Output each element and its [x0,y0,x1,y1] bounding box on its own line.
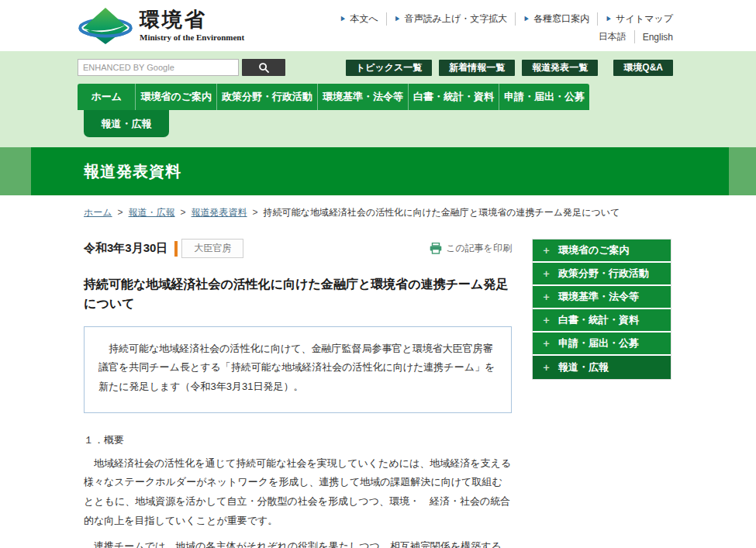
main-nav: ホーム 環境省のご案内 政策分野・行政活動 環境基準・法令等 白書・統計・資料 … [78,84,589,110]
lead-summary-box: 持続可能な地域経済社会の活性化に向けて、金融庁監督局参事官と環境省大臣官房審議官… [84,326,512,413]
plus-icon: ＋ [541,336,551,350]
breadcrumb-separator: > [118,207,123,218]
content-columns: 令和3年3月30日 大臣官房 この記事を印刷 持続可能な地域経済社会の活性化に向… [84,239,671,548]
logo-subtitle: Ministry of the Environment [140,33,244,42]
breadcrumb-press-link[interactable]: 報道・広報 [129,207,175,218]
moe-logo-icon [78,5,133,46]
plus-icon: ＋ [541,360,551,374]
search-row: トピックス一覧 新着情報一覧 報道発表一覧 環境Q&A [78,59,673,76]
plus-icon: ＋ [541,243,551,257]
section-heading-overview: １．概要 [84,433,512,447]
body-paragraph: 地域経済社会の活性化を通じて持続可能な社会を実現していくためには、地域経済を支え… [84,454,512,531]
print-link-label: この記事を印刷 [446,242,512,255]
category-accent-bar [174,241,178,257]
utility-link-voice[interactable]: 音声読み上げ・文字拡大 [405,12,508,26]
quick-buttons: トピックス一覧 新着情報一覧 報道発表一覧 環境Q&A [346,60,673,76]
plus-icon: ＋ [541,290,551,304]
header-links: ▶本文へ ▶音声読み上げ・文字拡大 ▶各種窓口案内 ▶サイトマップ 日本語 En… [332,8,673,43]
sidebar-item-about[interactable]: ＋環境省のご案内 [533,240,671,263]
search-input[interactable] [78,59,239,76]
breadcrumb-separator: > [181,207,186,218]
body-paragraph: 連携チームでは、地域の各主体がそれぞれの役割を果たしつつ、相互補完関係を構築する… [84,537,512,548]
lang-japanese-link[interactable]: 日本語 [591,30,635,43]
page-banner: 報道発表資料 [0,147,756,195]
link-arrow-icon: ▶ [606,15,612,23]
sidebar-item-policy[interactable]: ＋政策分野・行政活動 [533,263,671,286]
new-info-list-button[interactable]: 新着情報一覧 [439,60,515,76]
sidebar-item-label: 環境省のご案内 [558,243,630,257]
sidebar-item-application[interactable]: ＋申請・届出・公募 [533,333,671,356]
sidebar-item-label: 申請・届出・公募 [558,336,639,350]
breadcrumb: ホーム>報道・広報>報道発表資料>持続可能な地域経済社会の活性化に向けた金融庁と… [84,206,671,219]
utility-item: ▶各種窓口案内 [516,12,598,26]
printer-icon [430,243,442,254]
environment-qa-button[interactable]: 環境Q&A [613,60,673,76]
sidebar-item-label: 環境基準・法令等 [558,290,639,304]
category-tag: 大臣官房 [181,239,243,258]
search-nav-band: トピックス一覧 新着情報一覧 報道発表一覧 環境Q&A ホーム 環境省のご案内 … [0,51,756,147]
utility-link-contact[interactable]: 各種窓口案内 [533,12,589,26]
moe-logo[interactable]: 環境省 Ministry of the Environment [78,5,244,46]
breadcrumb-release-link[interactable]: 報道発表資料 [192,207,247,218]
nav-item-whitepaper[interactable]: 白書・統計・資料 [409,84,499,110]
sidebar-item-label: 報道・広報 [558,360,609,374]
logo-title: 環境省 [140,9,244,31]
sidebar-menu: ＋環境省のご案内 ＋政策分野・行政活動 ＋環境基準・法令等 ＋白書・統計・資料 … [532,239,671,380]
sidebar-item-whitepaper[interactable]: ＋白書・統計・資料 [533,309,671,333]
print-article-link[interactable]: この記事を印刷 [430,242,512,255]
utility-item: ▶サイトマップ [598,12,673,26]
nav-item-about[interactable]: 環境省のご案内 [136,84,217,110]
article-title: 持続可能な地域経済社会の活性化に向けた金融庁と環境省の連携チーム発足について [84,275,512,314]
sidebar-item-label: 政策分野・行政活動 [558,267,649,281]
link-arrow-icon: ▶ [523,15,530,23]
utility-nav: ▶本文へ ▶音声読み上げ・文字拡大 ▶各種窓口案内 ▶サイトマップ [332,12,673,26]
utility-item: ▶本文へ [332,12,386,26]
lead-paragraph: 持続可能な地域経済社会の活性化に向けて、金融庁監督局参事官と環境省大臣官房審議官… [98,339,497,397]
language-switcher: 日本語 English [591,30,673,43]
site-header: 環境省 Ministry of the Environment ▶本文へ ▶音声… [0,0,756,51]
link-arrow-icon: ▶ [340,15,346,23]
utility-item: ▶音声読み上げ・文字拡大 [387,12,516,26]
content-area: ホーム>報道・広報>報道発表資料>持続可能な地域経済社会の活性化に向けた金融庁と… [0,195,756,548]
page-banner-inner: 報道発表資料 [31,147,729,195]
topics-list-button[interactable]: トピックス一覧 [346,60,432,76]
nav-item-standards[interactable]: 環境基準・法令等 [318,84,409,110]
article: 令和3年3月30日 大臣官房 この記事を印刷 持続可能な地域経済社会の活性化に向… [84,239,512,548]
breadcrumb-separator: > [253,207,258,218]
logo-text: 環境省 Ministry of the Environment [140,9,244,42]
sidebar-item-press[interactable]: ＋報道・広報 [533,356,671,379]
lang-english-link[interactable]: English [635,32,673,43]
search-button[interactable] [242,59,285,76]
plus-icon: ＋ [541,267,551,281]
nav-item-policy[interactable]: 政策分野・行政活動 [217,84,318,110]
breadcrumb-current: 持続可能な地域経済社会の活性化に向けた金融庁と環境省の連携チーム発足について [264,207,620,218]
nav-item-application[interactable]: 申請・届出・公募 [499,84,589,110]
article-meta-row: 令和3年3月30日 大臣官房 この記事を印刷 [84,239,512,258]
nav-item-home[interactable]: ホーム [78,84,136,110]
nav-tab-press[interactable]: 報道・広報 [84,110,169,137]
search-icon [258,62,270,74]
utility-link-sitemap[interactable]: サイトマップ [616,12,673,26]
press-release-list-button[interactable]: 報道発表一覧 [522,60,598,76]
plus-icon: ＋ [541,313,551,327]
link-arrow-icon: ▶ [395,15,401,23]
sidebar-item-standards[interactable]: ＋環境基準・法令等 [533,286,671,309]
article-date: 令和3年3月30日 [84,241,167,256]
sidebar-item-label: 白書・統計・資料 [558,313,639,327]
breadcrumb-home-link[interactable]: ホーム [84,207,112,218]
utility-link-honbun[interactable]: 本文へ [350,12,378,26]
page-title: 報道発表資料 [84,161,181,182]
